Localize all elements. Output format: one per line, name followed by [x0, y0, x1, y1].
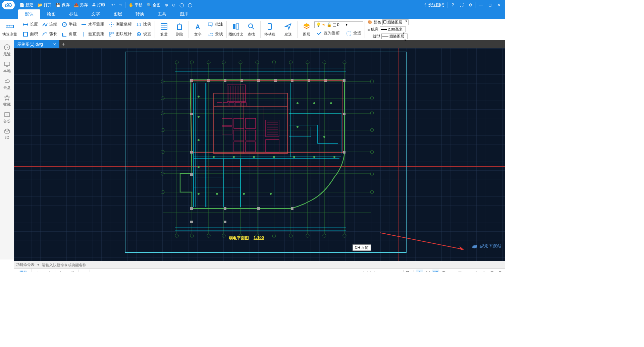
menu-tab-annotate[interactable]: 标注: [62, 9, 85, 19]
print-button[interactable]: 🖶打印: [90, 1, 107, 9]
continuous-button[interactable]: 连续: [40, 20, 59, 29]
maximize-button[interactable]: ◻: [486, 1, 494, 9]
lock-icon[interactable]: 🔓: [327, 22, 332, 27]
select-all-button[interactable]: 全选: [344, 29, 363, 38]
help-button[interactable]: ?: [448, 1, 457, 9]
layer-button[interactable]: 图层: [299, 20, 314, 39]
set-current-button[interactable]: 置为当前: [314, 29, 342, 38]
color-label: 颜色: [374, 20, 381, 25]
cloud-button[interactable]: 云线: [206, 30, 225, 39]
menu-tab-tools[interactable]: 工具: [151, 9, 173, 19]
lineweight-toggle[interactable]: [464, 270, 472, 273]
layout-tab-1[interactable]: Layout1: [33, 270, 55, 273]
menu-tab-default[interactable]: 默认: [18, 9, 40, 19]
polar-toggle[interactable]: [440, 270, 447, 273]
command-input[interactable]: [42, 263, 176, 267]
menu-tab-text[interactable]: 文字: [85, 9, 107, 19]
scale-button[interactable]: 1:1比例: [134, 20, 153, 29]
layout-tab-2[interactable]: Layout2: [56, 270, 79, 273]
zoom-prev-button[interactable]: ◯: [186, 1, 194, 9]
drawing-canvas[interactable]: 弱电平面图1:100 CH ♫ 简 极光下载站: [14, 48, 505, 261]
compare-button[interactable]: 图纸对比: [228, 20, 244, 39]
close-tab-icon[interactable]: ✕: [53, 42, 56, 47]
send-drawing-button[interactable]: ⇪发送图纸: [422, 1, 446, 9]
gear-icon: [136, 31, 142, 37]
text-button[interactable]: A文字: [190, 20, 206, 39]
save-button[interactable]: 💾保存: [54, 1, 72, 9]
linetype-select[interactable]: 跟随图层▼: [381, 34, 408, 39]
settings-button[interactable]: ⚙: [466, 1, 475, 9]
document-tab[interactable]: 示例图(1).dwg✕: [14, 40, 59, 48]
menu-tab-layer[interactable]: 图层: [107, 9, 129, 19]
hdist-button[interactable]: 水平测距: [79, 20, 106, 29]
radius-button[interactable]: 半径: [59, 20, 79, 29]
table-icon: [159, 22, 169, 31]
zoom-fit-icon: 🔍: [147, 3, 152, 7]
chevron-down-icon[interactable]: ▼: [345, 23, 348, 26]
layout-tab-model[interactable]: 模型: [15, 269, 32, 272]
sidebar-local[interactable]: 本地: [0, 59, 14, 75]
arc-button[interactable]: 弧长: [40, 30, 59, 39]
search-input[interactable]: [360, 270, 404, 273]
redo-button[interactable]: ↷: [117, 1, 124, 9]
layer-state-toggles[interactable]: 💡 ☀ 🔓 0 ▼: [314, 21, 363, 28]
svg-rect-33: [233, 24, 235, 29]
chevron-down-icon[interactable]: ▼: [37, 263, 40, 267]
osnap-toggle[interactable]: [456, 270, 464, 273]
delete-button[interactable]: 删除: [172, 20, 187, 39]
fit-button[interactable]: 🔍全图: [145, 1, 163, 9]
isometric-toggle[interactable]: [488, 270, 496, 273]
add-tab-button[interactable]: +: [59, 40, 67, 48]
find-button[interactable]: 查找: [244, 20, 259, 39]
snap-toggle[interactable]: [416, 270, 423, 273]
sidebar-backup[interactable]: 备份: [0, 109, 14, 125]
text-toggle[interactable]: 文: [472, 270, 480, 273]
sidebar-3d[interactable]: 3D: [0, 126, 14, 141]
svg-point-178: [313, 102, 315, 104]
open-button[interactable]: 📂打开: [36, 1, 54, 9]
favorite-toggle[interactable]: [480, 270, 488, 273]
color-select[interactable]: 跟随图层▼: [382, 19, 409, 25]
menu-tab-convert[interactable]: 转换: [129, 9, 151, 19]
send-button[interactable]: 发送: [280, 20, 296, 39]
minimize-icon: —: [479, 3, 483, 7]
coord-button[interactable]: 测量坐标: [106, 20, 134, 29]
sun-icon[interactable]: ☀: [322, 22, 326, 27]
vdist-button[interactable]: 垂直测距: [79, 30, 106, 39]
grid-display-toggle[interactable]: [432, 270, 439, 273]
angle-button[interactable]: 角度: [59, 30, 79, 39]
refresh-toggle[interactable]: [496, 270, 504, 273]
saveas-button[interactable]: 📤另存: [72, 1, 90, 9]
zoom-out-button[interactable]: ⊖: [170, 1, 177, 9]
area-button[interactable]: 面积: [20, 30, 40, 39]
blockstat-button[interactable]: 图块统计: [106, 30, 134, 39]
length-button[interactable]: 长度: [20, 20, 40, 29]
undo-button[interactable]: ↶: [109, 1, 117, 9]
sidebar-cloud[interactable]: 云盘: [0, 76, 14, 92]
sidebar-recent[interactable]: 最近: [0, 42, 14, 58]
mobile-button[interactable]: 移动端: [262, 20, 277, 39]
calc-button[interactable]: 算量: [156, 20, 172, 39]
pan-button[interactable]: ✋平移: [126, 1, 145, 9]
search-button[interactable]: [404, 270, 412, 273]
sidebar-favorites[interactable]: 收藏: [0, 93, 14, 109]
angle-icon: [61, 31, 67, 37]
menu-tab-library[interactable]: 图库: [173, 9, 195, 19]
menu-tab-draw[interactable]: 绘图: [40, 9, 62, 19]
new-button[interactable]: 📄新建: [17, 1, 36, 9]
lineweight-select[interactable]: 2.00毫米▼: [380, 26, 406, 32]
quick-measure-button[interactable]: 快速测量: [2, 20, 17, 39]
svg-point-184: [270, 193, 272, 195]
close-button[interactable]: ✕: [494, 1, 503, 9]
settings-button[interactable]: 设置: [134, 30, 153, 39]
ortho-toggle[interactable]: [448, 270, 455, 273]
fullscreen-button[interactable]: ⛶: [457, 1, 466, 9]
annotate-button[interactable]: 批注: [206, 20, 225, 29]
lightbulb-icon[interactable]: 💡: [316, 22, 321, 27]
minimize-button[interactable]: —: [477, 1, 486, 9]
zoom-window-button[interactable]: ◯: [177, 1, 186, 9]
color-swatch[interactable]: [333, 23, 336, 26]
grid-toggle[interactable]: [424, 270, 431, 273]
zoom-in-button[interactable]: ⊕: [163, 1, 170, 9]
add-layout-button[interactable]: +: [79, 270, 90, 273]
